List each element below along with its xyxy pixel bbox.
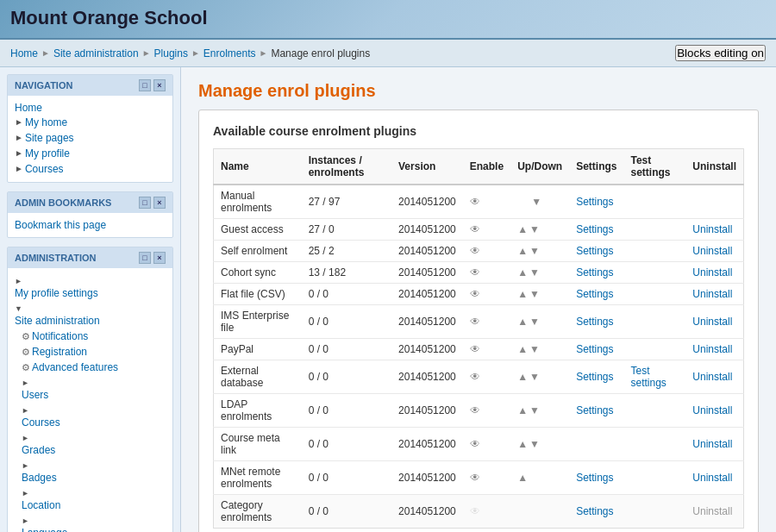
- arrow-up-icon[interactable]: ▲: [517, 266, 528, 279]
- settings-link[interactable]: Settings: [576, 505, 613, 517]
- test-settings-link[interactable]: Test settings: [630, 365, 666, 389]
- nav-myhome-link[interactable]: My home: [25, 116, 67, 129]
- breadcrumb-enrolments[interactable]: Enrolments: [203, 47, 256, 59]
- eye-icon[interactable]: 👁: [470, 505, 480, 517]
- arrow-up-icon[interactable]: ▲: [517, 472, 528, 484]
- bookmarks-control-1[interactable]: □: [139, 197, 151, 209]
- eye-icon[interactable]: 👁: [470, 266, 480, 279]
- cell-uninstall: [685, 185, 743, 219]
- arrow-up-icon[interactable]: ▲: [517, 223, 528, 235]
- registration-link[interactable]: Registration: [32, 345, 87, 359]
- arrow-up-icon[interactable]: ▲: [517, 404, 528, 416]
- cell-test-settings: [623, 284, 685, 305]
- nav-myprofile-link[interactable]: My profile: [25, 147, 70, 160]
- breadcrumb-home[interactable]: Home: [10, 47, 38, 59]
- breadcrumb-site-admin[interactable]: Site administration: [53, 47, 139, 59]
- nav-control-1[interactable]: □: [139, 79, 151, 91]
- site-admin-link[interactable]: Site administration: [15, 314, 166, 328]
- cell-uninstall: Uninstall: [685, 495, 743, 529]
- arrow-down-icon[interactable]: ▼: [529, 438, 540, 450]
- nav-home-link[interactable]: Home: [15, 101, 166, 115]
- arrow-down-icon[interactable]: ▼: [529, 404, 540, 416]
- table-row: Manual enrolments27 / 972014051200👁▼Sett…: [214, 185, 744, 219]
- table-header-row: Name Instances / enrolments Version Enab…: [214, 149, 744, 185]
- eye-icon[interactable]: 👁: [470, 472, 480, 484]
- eye-icon[interactable]: 👁: [470, 316, 480, 328]
- cell-instances: 0 / 0: [302, 360, 391, 394]
- eye-icon[interactable]: 👁: [470, 371, 480, 383]
- eye-icon[interactable]: 👁: [470, 288, 480, 300]
- arrow-down-icon[interactable]: ▼: [529, 316, 540, 328]
- uninstall-link[interactable]: Uninstall: [692, 438, 732, 450]
- settings-link[interactable]: Settings: [576, 196, 613, 208]
- admin-bookmarks-header: ADMIN BOOKMARKS □ ×: [8, 192, 172, 213]
- cell-updown: [510, 495, 569, 529]
- settings-link[interactable]: Settings: [576, 288, 613, 300]
- nav-sitepages-link[interactable]: Site pages: [25, 131, 74, 145]
- eye-icon[interactable]: 👁: [470, 223, 480, 235]
- cell-plugin-name: LDAP enrolments: [214, 394, 302, 428]
- bookmark-page-link[interactable]: Bookmark this page: [15, 218, 166, 232]
- arrow-down-icon[interactable]: ▼: [529, 343, 540, 355]
- breadcrumb-bar: Home ► Site administration ► Plugins ► E…: [0, 40, 776, 67]
- uninstall-link[interactable]: Uninstall: [692, 404, 732, 416]
- arrow-down-icon[interactable]: ▼: [529, 223, 540, 235]
- settings-link[interactable]: Settings: [576, 404, 613, 416]
- cell-version: 2014051200: [391, 461, 463, 495]
- cell-version: 2014051200: [391, 262, 463, 284]
- uninstall-link[interactable]: Uninstall: [692, 505, 732, 517]
- arrow-down-icon[interactable]: ▼: [529, 266, 540, 279]
- col-enable: Enable: [463, 149, 510, 185]
- language-link[interactable]: Language: [22, 526, 166, 532]
- uninstall-link[interactable]: Uninstall: [692, 343, 732, 355]
- grades-link[interactable]: Grades: [22, 443, 166, 457]
- arrow-down-icon[interactable]: ▼: [529, 371, 540, 383]
- arrow-up-icon[interactable]: ▲: [517, 438, 528, 450]
- uninstall-link[interactable]: Uninstall: [692, 266, 732, 279]
- uninstall-link[interactable]: Uninstall: [692, 371, 732, 383]
- notifications-link[interactable]: Notifications: [32, 329, 88, 343]
- settings-link[interactable]: Settings: [576, 266, 613, 279]
- arrow-up-icon[interactable]: ▲: [517, 288, 528, 300]
- settings-link[interactable]: Settings: [576, 316, 613, 328]
- eye-icon[interactable]: 👁: [470, 438, 480, 450]
- arrow-down-icon[interactable]: ▼: [529, 245, 540, 257]
- settings-link[interactable]: Settings: [576, 472, 613, 484]
- badges-link[interactable]: Badges: [22, 471, 166, 485]
- advanced-features-link[interactable]: Advanced features: [32, 360, 118, 374]
- arrow-down-icon[interactable]: ▼: [531, 196, 541, 208]
- uninstall-link[interactable]: Uninstall: [692, 223, 732, 235]
- settings-link[interactable]: Settings: [576, 371, 613, 383]
- settings-link[interactable]: Settings: [576, 343, 613, 355]
- eye-icon[interactable]: 👁: [470, 343, 480, 355]
- eye-icon[interactable]: 👁: [470, 245, 480, 257]
- admin-control-1[interactable]: □: [139, 252, 151, 264]
- admin-control-2[interactable]: ×: [153, 252, 166, 264]
- uninstall-link[interactable]: Uninstall: [692, 316, 732, 328]
- arrow-up-icon[interactable]: ▲: [517, 343, 528, 355]
- profile-settings-link[interactable]: My profile settings: [15, 286, 166, 300]
- settings-link[interactable]: Settings: [576, 223, 613, 235]
- users-link[interactable]: Users: [22, 388, 166, 402]
- arrow-up-icon[interactable]: ▲: [517, 245, 528, 257]
- bookmarks-control-2[interactable]: ×: [153, 197, 166, 209]
- cell-settings: Settings: [569, 241, 623, 262]
- admin-notifications: ⚙Notifications: [15, 329, 166, 344]
- arrow-up-icon[interactable]: ▲: [517, 316, 528, 328]
- nav-courses-link[interactable]: Courses: [25, 162, 64, 176]
- blocks-editing-button[interactable]: Blocks editing on: [675, 45, 766, 61]
- location-link[interactable]: Location: [22, 498, 166, 512]
- col-test-settings: Test settings: [623, 149, 685, 185]
- courses-link[interactable]: Courses: [22, 416, 166, 429]
- uninstall-link[interactable]: Uninstall: [692, 472, 732, 484]
- nav-control-2[interactable]: ×: [153, 79, 166, 91]
- eye-icon[interactable]: 👁: [470, 196, 480, 208]
- eye-icon[interactable]: 👁: [470, 404, 480, 416]
- uninstall-link[interactable]: Uninstall: [692, 245, 732, 257]
- arrow-down-icon[interactable]: ▼: [529, 288, 540, 300]
- settings-link[interactable]: Settings: [576, 245, 613, 257]
- admin-courses: ►Courses: [15, 403, 166, 430]
- breadcrumb-plugins[interactable]: Plugins: [154, 47, 188, 59]
- uninstall-link[interactable]: Uninstall: [692, 288, 732, 300]
- arrow-up-icon[interactable]: ▲: [517, 371, 528, 383]
